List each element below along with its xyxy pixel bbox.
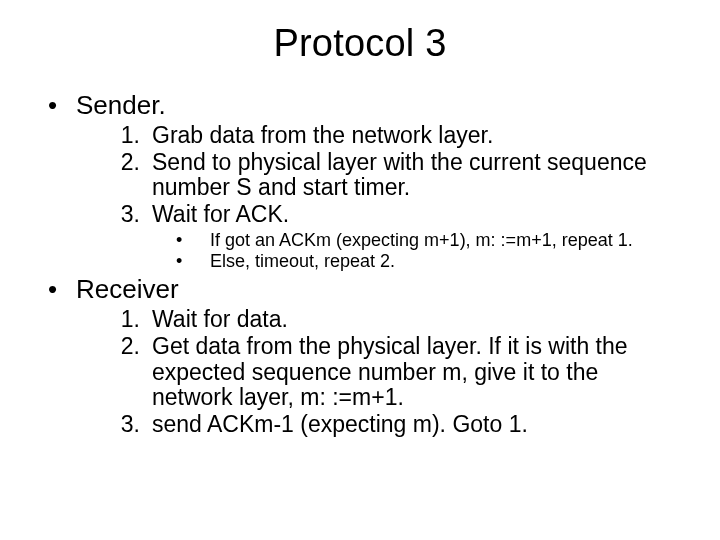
list-text: If got an ACKm (expecting m+1), m: :=m+1…: [210, 230, 633, 251]
sender-substeps: • If got an ACKm (expecting m+1), m: :=m…: [176, 230, 672, 271]
list-number: 3.: [104, 412, 152, 438]
list-text: Get data from the physical layer. If it …: [152, 334, 672, 411]
list-text: Else, timeout, repeat 2.: [210, 251, 395, 272]
bullet-icon: •: [48, 275, 76, 305]
list-item: 3. send ACKm-1 (expecting m). Goto 1.: [104, 412, 672, 438]
list-text: Send to physical layer with the current …: [152, 150, 672, 202]
list-item: 2. Get data from the physical layer. If …: [104, 334, 672, 411]
bullet-icon: •: [176, 251, 210, 272]
sender-steps: 1. Grab data from the network layer. 2. …: [104, 123, 672, 228]
list-item: 2. Send to physical layer with the curre…: [104, 150, 672, 202]
list-item: 1. Wait for data.: [104, 307, 672, 333]
sender-heading-row: • Sender.: [48, 91, 672, 121]
list-text: send ACKm-1 (expecting m). Goto 1.: [152, 412, 672, 438]
list-item: • If got an ACKm (expecting m+1), m: :=m…: [176, 230, 672, 251]
receiver-heading: Receiver: [76, 275, 179, 305]
list-text: Grab data from the network layer.: [152, 123, 672, 149]
slide-title: Protocol 3: [48, 22, 672, 65]
list-item: • Else, timeout, repeat 2.: [176, 251, 672, 272]
bullet-icon: •: [176, 230, 210, 251]
list-number: 2.: [104, 334, 152, 411]
list-number: 1.: [104, 123, 152, 149]
list-number: 1.: [104, 307, 152, 333]
list-item: 1. Grab data from the network layer.: [104, 123, 672, 149]
list-text: Wait for ACK.: [152, 202, 672, 228]
slide: Protocol 3 • Sender. 1. Grab data from t…: [0, 0, 720, 540]
sender-heading: Sender.: [76, 91, 166, 121]
list-text: Wait for data.: [152, 307, 672, 333]
receiver-heading-row: • Receiver: [48, 275, 672, 305]
list-number: 3.: [104, 202, 152, 228]
bullet-icon: •: [48, 91, 76, 121]
list-item: 3. Wait for ACK.: [104, 202, 672, 228]
list-number: 2.: [104, 150, 152, 202]
receiver-steps: 1. Wait for data. 2. Get data from the p…: [104, 307, 672, 438]
